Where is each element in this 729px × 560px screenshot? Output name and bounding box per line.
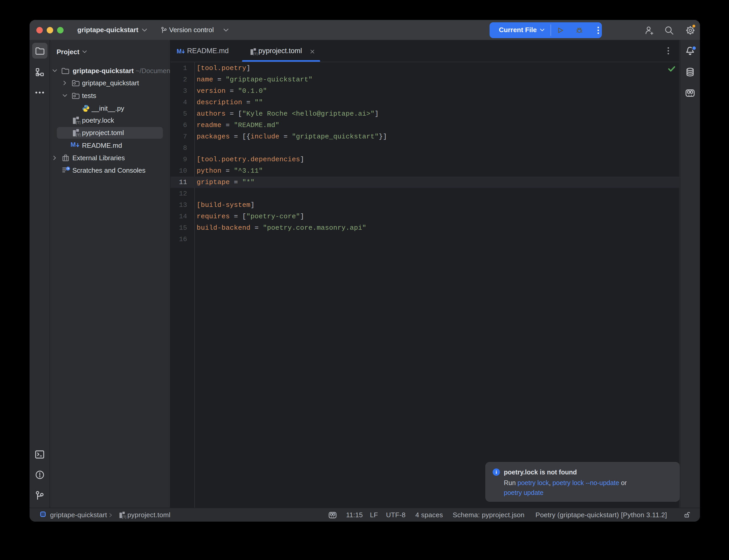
svg-text:[T]: [T] bbox=[253, 52, 257, 55]
svg-text:[T]: [T] bbox=[76, 133, 81, 137]
svg-text:M: M bbox=[71, 141, 76, 148]
svg-text:[T]: [T] bbox=[76, 120, 81, 124]
svg-text:[T]: [T] bbox=[122, 515, 126, 519]
svg-text:M: M bbox=[177, 48, 182, 55]
